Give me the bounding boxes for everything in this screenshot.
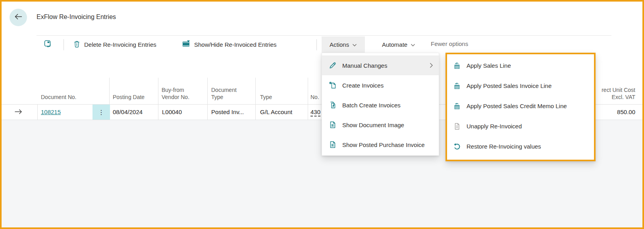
posting-date-cell[interactable]: 08/04/2024 [113, 108, 143, 116]
trash-icon [73, 40, 81, 50]
apply-grid-arrow-icon [453, 82, 461, 90]
menu-item-label: Restore Re-Invoicing values [467, 143, 541, 150]
delete-reinvoicing-entries-button[interactable]: Delete Re-Invoicing Entries [73, 36, 156, 53]
menu-item-label: Show Document Image [342, 122, 404, 128]
column-header-posting-date[interactable]: Posting Date [113, 94, 145, 101]
column-divider [207, 78, 208, 120]
batch-document-lightning-icon [328, 101, 337, 109]
document-no-link[interactable]: 108215 [41, 108, 61, 116]
show-hide-reinvoiced-entries-button[interactable]: Show/Hide Re-Invoiced Entries [182, 36, 277, 53]
active-row-arrow-icon [14, 109, 23, 116]
chevron-down-icon [411, 41, 415, 48]
column-header-buy-from-vendor-no[interactable]: Buy-from Vendor No. [162, 86, 189, 101]
menu-item-apply-posted-sales-credit-memo-line[interactable]: Apply Posted Sales Credit Memo Line [447, 96, 594, 116]
column-divider [158, 78, 158, 120]
column-header-document-no[interactable]: Document No. [41, 94, 76, 101]
toolbar-separator [316, 39, 317, 50]
pencil-icon [328, 61, 337, 69]
column-header-line: Buy-from [162, 86, 189, 94]
column-header-line: Type [211, 94, 237, 101]
exflow-reinvoicing-entries-page: ExFlow Re-Invoicing Entries Delete Re-In… [0, 0, 644, 229]
menu-item-label: Apply Posted Sales Credit Memo Line [467, 103, 567, 109]
designer-icon [44, 40, 52, 50]
row-more-options-button[interactable]: ⋮ [93, 105, 110, 120]
direct-unit-cost-cell[interactable]: 850.00 [617, 108, 635, 116]
menu-item-label: Batch Create Invoices [342, 102, 401, 109]
fewer-options-button[interactable]: Fewer options [431, 40, 468, 47]
buy-from-vendor-no-cell[interactable]: L00040 [162, 108, 182, 116]
back-arrow-icon [14, 13, 23, 22]
column-divider [308, 78, 308, 120]
menu-item-apply-sales-line[interactable]: Apply Sales Line [447, 55, 594, 76]
menu-item-restore-re-invoicing-values[interactable]: Restore Re-Invoicing values [447, 136, 594, 156]
chevron-down-icon [352, 41, 357, 48]
column-header-line: Excl. VAT [602, 94, 635, 101]
document-grid-icon [328, 121, 337, 129]
menu-item-label: Apply Posted Sales Invoice Line [467, 82, 551, 89]
actions-menu-label: Actions [330, 41, 349, 48]
menu-item-label: Show Posted Purchase Invoice [342, 141, 425, 148]
column-header-line: Vendor No. [162, 94, 189, 101]
automate-menu-label: Automate [382, 41, 407, 48]
title-divider [37, 35, 611, 36]
menu-item-apply-posted-sales-invoice-line[interactable]: Apply Posted Sales Invoice Line [447, 76, 594, 96]
document-grid-icon [328, 141, 337, 149]
menu-item-label: Unapply Re-Invoiced [467, 123, 522, 130]
manual-changes-submenu: Apply Sales Line Apply Posted Sales Invo… [445, 53, 596, 161]
column-header-document-type[interactable]: Document Type [211, 86, 237, 101]
menu-item-show-posted-purchase-invoice[interactable]: Show Posted Purchase Invoice [322, 135, 439, 155]
filmstrip-filter-icon [182, 40, 191, 49]
document-type-cell[interactable]: Posted Inv... [211, 108, 244, 116]
menu-item-label: Create Invoices [342, 82, 384, 89]
no-cell[interactable]: 430 [310, 108, 320, 116]
undo-arrow-icon [453, 143, 461, 151]
actions-dropdown-menu: Manual Changes Create Invoices [322, 53, 439, 156]
column-header-line: Document [211, 86, 237, 94]
apply-grid-arrow-icon [453, 62, 461, 70]
type-cell[interactable]: G/L Account [260, 108, 292, 116]
column-divider [255, 78, 256, 120]
menu-item-create-invoices[interactable]: Create Invoices [322, 75, 439, 95]
menu-item-label: Manual Changes [342, 62, 387, 69]
apply-grid-arrow-icon [453, 102, 461, 110]
back-button[interactable] [10, 9, 27, 26]
column-header-no[interactable]: No. [310, 94, 319, 101]
menu-item-batch-create-invoices[interactable]: Batch Create Invoices [322, 95, 439, 115]
no-link[interactable]: 430 [310, 109, 320, 116]
designer-button[interactable] [41, 38, 55, 52]
document-gray-icon [453, 122, 461, 130]
chevron-right-icon [430, 63, 433, 68]
toolbar-button-label: Show/Hide Re-Invoiced Entries [194, 41, 277, 48]
menu-item-manual-changes[interactable]: Manual Changes [322, 55, 439, 75]
menu-item-label: Apply Sales Line [467, 62, 511, 69]
actions-menu-button[interactable]: Actions [322, 36, 365, 53]
automate-menu-button[interactable]: Automate [374, 36, 423, 53]
toolbar-separator [64, 39, 64, 50]
column-header-type[interactable]: Type [260, 94, 272, 101]
vertical-ellipsis-icon: ⋮ [98, 109, 104, 116]
create-document-icon [328, 81, 337, 89]
toolbar-button-label: Delete Re-Invoicing Entries [84, 41, 156, 48]
menu-item-unapply-re-invoiced[interactable]: Unapply Re-Invoiced [447, 116, 594, 136]
column-header-direct-unit-cost[interactable]: rect Unit Cost Excl. VAT [602, 86, 635, 101]
page-title: ExFlow Re-Invoicing Entries [37, 13, 116, 21]
column-header-line: rect Unit Cost [602, 86, 635, 94]
column-divider [37, 104, 38, 120]
menu-item-show-document-image[interactable]: Show Document Image [322, 115, 439, 135]
